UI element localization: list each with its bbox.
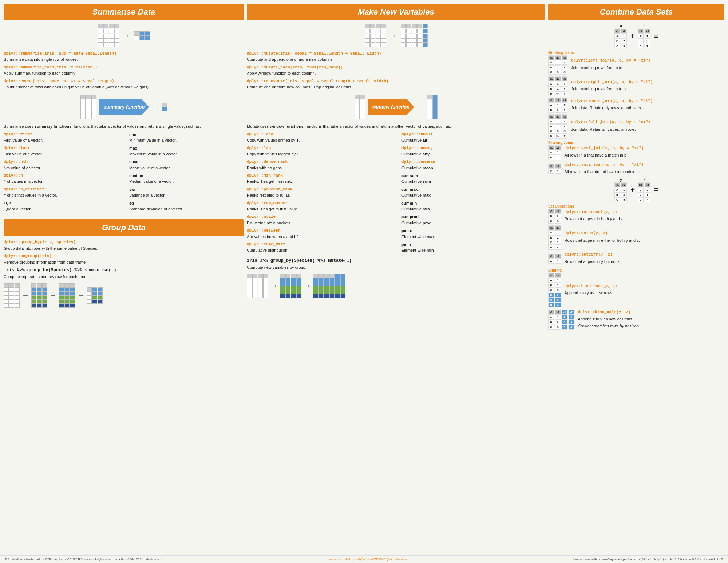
window-arrow: → <box>417 103 424 111</box>
makenew-header: Make New Variables <box>247 4 545 20</box>
full-join-text: dplyr::full_join(a, b, by = "x1") Join d… <box>571 119 650 134</box>
summarise-fn-2: dplyr::summarise_each(iris, funs(mean)) … <box>4 65 244 76</box>
fn-mean: mean Mean value of a vector. <box>129 159 244 171</box>
arrow-right: → <box>123 32 130 40</box>
summary-func-label: summary function <box>99 99 149 115</box>
window-func-col-left: dplyr::lead Copy with values shifted by … <box>247 132 391 256</box>
summarise-fn-3: dplyr::count(iris, Species, wt = Sepal.L… <box>4 79 244 90</box>
union-text: dplyr::union(y, z) Rows that appear in e… <box>565 230 640 245</box>
fn-last: dplyr::last Last value of a vector. <box>4 146 118 157</box>
fn-var: var Variance of a vector. <box>129 187 244 198</box>
summarise-header: Summarise Data <box>4 4 244 20</box>
fn-median: median Median value of a vector. <box>129 173 244 185</box>
group-header: Group Data <box>4 219 244 236</box>
summary-func-diagram: summary function → <box>4 95 244 119</box>
wfn-pmax: pmax Element-wise max <box>401 228 545 240</box>
summary-func-list: dplyr::first First value of a vector. dp… <box>4 132 244 214</box>
arrow-g2: → <box>50 291 57 299</box>
group-bottom-diagram: → → → <box>4 283 244 307</box>
fn-min: min Minimum value in a vector. <box>129 132 244 143</box>
col-summarise: Summarise Data → dplyr::summarise( <box>4 4 244 552</box>
arrow-g1: → <box>22 291 29 299</box>
wfn-min-rank: dplyr::min_rank Ranks. Ties get min rank… <box>247 173 391 185</box>
group-pipeline: iris %>% group_by(Species) %>% summarise… <box>4 267 244 273</box>
fn-n: dplyr::n # of values in a vector. <box>4 173 118 185</box>
wfn-dense-rank: dplyr::dense_rank Ranks with no gaps. <box>247 159 391 171</box>
intersect-text: dplyr::intersect(y, z) Rows that appear … <box>565 209 624 224</box>
wfn-between: dplyr::between Are values between a and … <box>247 228 391 240</box>
wfn-lead: dplyr::lead Copy with values shifted by … <box>247 132 391 143</box>
wfn-cummin: cummin Cumulative min <box>401 201 545 212</box>
group-fn-2: dplyr::ungroup(iris) Remove grouping inf… <box>4 253 244 265</box>
combine-header: Combine Data Sets <box>548 4 724 20</box>
bind-cols-text: dplyr::bind_cols(y, z) Append z to y as … <box>578 309 640 331</box>
makenew-pipeline-desc: Compute new variables by group. <box>247 265 545 270</box>
filtering-joins-label: Filtering Joins <box>548 141 724 145</box>
wfn-cummax: cummax Cumulative max <box>401 187 545 198</box>
mutate-arrow-2: → <box>304 282 311 290</box>
wfn-ntile: dplyr::ntile Bin vector into n buckets. <box>247 214 391 226</box>
col-makenew: Make New Variables → <box>247 4 545 552</box>
makenew-top-diagram: → <box>247 24 545 47</box>
makenew-fn-1: dplyr::mutate(iris, sepal = Sepal.Length… <box>247 51 545 63</box>
window-func-col-right: dplyr::cumall Cumulative all dplyr::cuma… <box>401 132 545 256</box>
bind-rows-text: dplyr::bind_rows(y, z) Append z to y as … <box>565 283 617 298</box>
makenew-fn-3: dplyr::transmute(iris, sepal = Sepal.Len… <box>247 79 545 90</box>
window-func-list: dplyr::lead Copy with values shifted by … <box>247 132 545 256</box>
left-join-text: dplyr::left_join(a, b, by = "x1") Join m… <box>571 58 650 72</box>
makenew-fn-2: dplyr::mutate_each(iris, funs(min_rank))… <box>247 65 545 76</box>
wfn-cumall: dplyr::cumall Cumulative all <box>401 132 545 143</box>
footer-right: Learn more with browseVignettes(package … <box>573 558 723 561</box>
wfn-cumprod: cumprod Cumulative prod <box>401 214 545 226</box>
wfn-pmin: pmin Element-wise min <box>401 242 545 253</box>
fn-nth: dplyr::nth Nth value of a vector. <box>4 159 118 171</box>
fn-max: max Maximum value in a vector. <box>129 146 244 157</box>
arrow-mid: → <box>152 103 159 111</box>
wfn-row-number: dplyr::row_number Ranks. Ties got to fir… <box>247 201 391 212</box>
anti-join-text: dplyr::anti_join(a, b, by = "x1") All ro… <box>565 162 644 176</box>
mutating-joins-label: Mutating Joins <box>548 51 724 55</box>
fn-iqr: IQR IQR of a vector. <box>4 201 118 212</box>
summary-func-col-right: min Minimum value in a vector. max Maxim… <box>129 132 244 214</box>
footer: RStudio® is a trademark of RStudio, Inc.… <box>0 555 728 563</box>
semi-join-text: dplyr::semi_join(a, b, by = "x1") All ro… <box>565 145 644 160</box>
wfn-lag: dplyr::lag Copy with values lagged by 1. <box>247 146 391 157</box>
summarise-top-diagram: → <box>4 24 244 47</box>
binding-label: Binding <box>548 268 724 272</box>
set-ops-label: Set Operations <box>548 204 724 208</box>
wfn-percent-rank: dplyr::percent_rank Ranks rescaled to [0… <box>247 187 391 198</box>
inner-join-text: dplyr::inner_join(a, b, by = "x1") Join … <box>571 98 653 113</box>
wfn-cumsum: cumsum Cumulative sum <box>401 173 545 185</box>
makenew-pipeline: iris %>% group_by(Species) %>% mutate(…) <box>247 258 545 264</box>
window-func-diagram: window function → <box>247 95 545 119</box>
wfn-cummean: dplyr::cummean Cumulative mean <box>401 159 545 171</box>
group-fn-1: dplyr::group_by(iris, Species) Group dat… <box>4 240 244 251</box>
wfn-cume-dist: dplyr::cume_dist Cumulative distribution… <box>247 242 391 253</box>
summarise-fn-1: dplyr::summarise(iris, avg = mean(Sepal.… <box>4 51 244 63</box>
arrow-g3: → <box>77 291 84 299</box>
fn-sd: sd Standard deviation of a vector. <box>129 201 244 212</box>
makenew-arrow: → <box>390 32 397 40</box>
page: Summarise Data → dplyr::summarise( <box>0 0 728 563</box>
fn-first: dplyr::first First value of a vector. <box>4 132 118 143</box>
col-combine: Combine Data Sets a x1x2 A1 B2 C3 + b <box>548 4 724 552</box>
summary-func-col-left: dplyr::first First value of a vector. dp… <box>4 132 118 214</box>
makenew-bottom-diagram: → → <box>247 274 545 298</box>
right-join-text: dplyr::right_join(a, b, by = "x1") Join … <box>571 79 653 94</box>
summary-desc: Summarise uses summary functions, functi… <box>4 124 244 129</box>
footer-mid: devtools::install_github("rstudio/EDAWR"… <box>328 558 407 561</box>
group-pipeline-desc: Compute separate summary row for each gr… <box>4 274 244 280</box>
fn-n-distinct: dplyr::n_distinct # of distinct values i… <box>4 187 118 198</box>
footer-left: RStudio® is a trademark of RStudio, Inc.… <box>5 558 161 561</box>
window-desc: Mutate uses window functions, functions … <box>247 124 545 129</box>
main-content: Summarise Data → dplyr::summarise( <box>0 0 728 555</box>
window-func-label: window function <box>368 99 414 115</box>
wfn-cumany: dplyr::cumany Cumulative any <box>401 146 545 157</box>
mutate-arrow-1: → <box>270 282 278 290</box>
setdiff-text: dplyr::setdiff(y, z) Rows that appear in… <box>565 252 621 266</box>
